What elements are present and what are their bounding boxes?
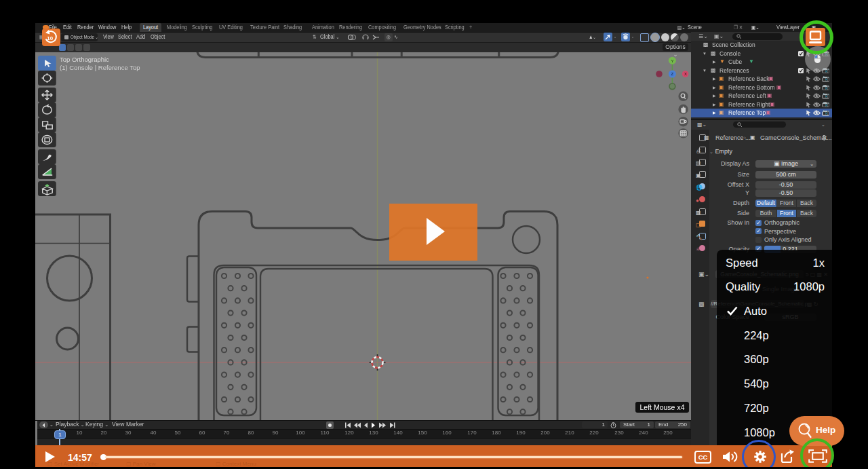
svg-text:Z: Z [671, 72, 674, 76]
svg-text:10: 10 [47, 35, 53, 41]
svg-text:Y: Y [671, 59, 673, 63]
svg-text:X: X [684, 72, 687, 76]
